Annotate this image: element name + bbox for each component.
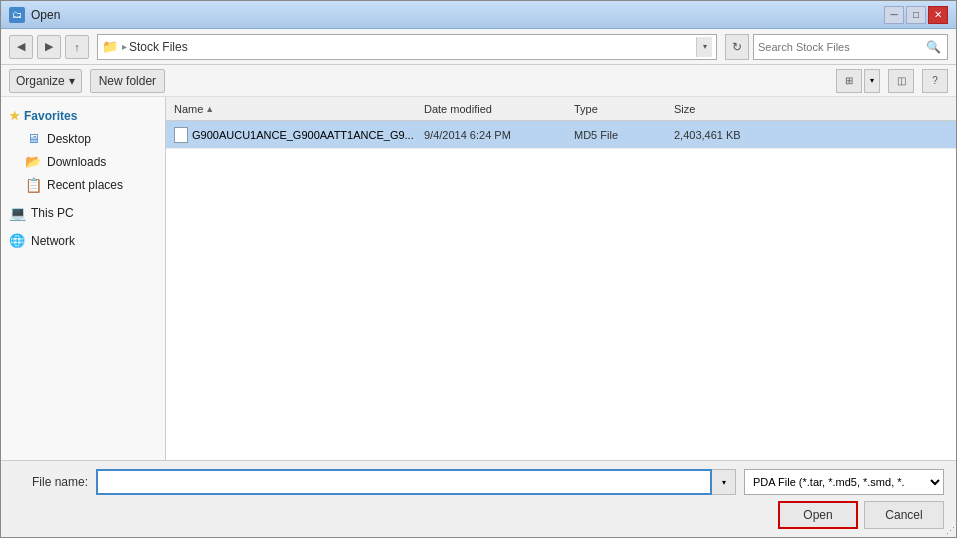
sidebar-item-thispc[interactable]: 💻 This PC [1,201,165,225]
col-name-label: Name [174,103,203,115]
filename-input[interactable] [96,469,712,495]
title-bar: 🗂 Open ─ □ ✕ [1,1,956,29]
thispc-icon: 💻 [9,205,25,221]
file-size-cell: 2,403,461 KB [670,129,770,141]
new-folder-button[interactable]: New folder [90,69,165,93]
sidebar-item-network[interactable]: 🌐 Network [1,229,165,252]
favorites-section: ★ Favorites 🖥 Desktop 📂 Downloads 📋 Rece… [1,105,165,197]
sidebar-item-downloads[interactable]: 📂 Downloads [1,150,165,173]
close-button[interactable]: ✕ [928,6,948,24]
second-toolbar: Organize ▾ New folder ⊞ ▾ ◫ ? [1,65,956,97]
filename-row: File name: ▾ PDA File (*.tar, *.md5, *.s… [13,469,944,495]
refresh-button[interactable]: ↻ [725,34,749,60]
filetype-select-wrap: PDA File (*.tar, *.md5, *.smd, *. [744,469,944,495]
file-name-cell: G900AUCU1ANCE_G900AATT1ANCE_G9... [170,127,420,143]
bottom-bar: File name: ▾ PDA File (*.tar, *.md5, *.s… [1,460,956,537]
address-path-label: Stock Files [129,40,188,54]
sidebar-item-recent-places[interactable]: 📋 Recent places [1,173,165,197]
sidebar-network-label: Network [31,234,75,248]
filetype-select[interactable]: PDA File (*.tar, *.md5, *.smd, *. [744,469,944,495]
network-icon: 🌐 [9,233,25,248]
recent-places-icon: 📋 [25,177,41,193]
sort-arrow-icon: ▲ [205,104,214,114]
sidebar-downloads-label: Downloads [47,155,106,169]
downloads-folder-icon: 📂 [25,154,41,169]
favorites-star-icon: ★ [9,109,20,123]
minimize-button[interactable]: ─ [884,6,904,24]
view-button[interactable]: ⊞ [836,69,862,93]
col-size-header[interactable]: Size [670,103,770,115]
organize-button[interactable]: Organize ▾ [9,69,82,93]
sidebar-item-desktop[interactable]: 🖥 Desktop [1,127,165,150]
address-dropdown-button[interactable]: ▾ [696,37,712,57]
file-type-cell: MD5 File [570,129,670,141]
file-date-cell: 9/4/2014 6:24 PM [420,129,570,141]
help-button[interactable]: ? [922,69,948,93]
view-dropdown-button[interactable]: ▾ [864,69,880,93]
col-date-header[interactable]: Date modified [420,103,570,115]
dialog-title: Open [31,8,60,22]
dialog-icon: 🗂 [9,7,25,23]
up-button[interactable]: ↑ [65,35,89,59]
sidebar: ★ Favorites 🖥 Desktop 📂 Downloads 📋 Rece… [1,97,166,460]
table-row[interactable]: G900AUCU1ANCE_G900AATT1ANCE_G9... 9/4/20… [166,121,956,149]
title-bar-buttons: ─ □ ✕ [884,6,948,24]
favorites-header[interactable]: ★ Favorites [1,105,165,127]
view-buttons: ⊞ ▾ [836,69,880,93]
file-name-label: G900AUCU1ANCE_G900AATT1ANCE_G9... [192,129,414,141]
title-bar-left: 🗂 Open [9,7,60,23]
back-button[interactable]: ◀ [9,35,33,59]
sidebar-desktop-label: Desktop [47,132,91,146]
filename-dropdown-button[interactable]: ▾ [712,469,736,495]
col-name-header[interactable]: Name ▲ [170,103,420,115]
preview-button[interactable]: ◫ [888,69,914,93]
address-chevron: ▸ [122,41,127,52]
address-bar: 📁 ▸ Stock Files ▾ [97,34,717,60]
nav-toolbar: ◀ ▶ ↑ 📁 ▸ Stock Files ▾ ↻ 🔍 [1,29,956,65]
sidebar-thispc-label: This PC [31,206,74,220]
thispc-section: 💻 This PC [1,201,165,225]
address-path: ▸ Stock Files [122,40,188,54]
desktop-icon: 🖥 [25,131,41,146]
organize-arrow: ▾ [69,74,75,88]
cancel-button[interactable]: Cancel [864,501,944,529]
filename-input-wrap: ▾ [96,469,736,495]
favorites-label: Favorites [24,109,77,123]
file-list-header: Name ▲ Date modified Type Size [166,97,956,121]
resize-handle[interactable]: ⋰ [943,524,957,538]
forward-button[interactable]: ▶ [37,35,61,59]
maximize-button[interactable]: □ [906,6,926,24]
address-folder-icon: 📁 [102,39,118,55]
organize-label: Organize [16,74,65,88]
filename-label: File name: [13,475,88,489]
search-input[interactable] [758,41,923,53]
search-box: 🔍 [753,34,948,60]
button-row: Open Cancel [13,501,944,529]
sidebar-recent-label: Recent places [47,178,123,192]
open-dialog: 🗂 Open ─ □ ✕ ◀ ▶ ↑ 📁 ▸ Stock Files ▾ ↻ 🔍 [0,0,957,538]
col-type-header[interactable]: Type [570,103,670,115]
file-type-icon [174,127,188,143]
main-content: ★ Favorites 🖥 Desktop 📂 Downloads 📋 Rece… [1,97,956,460]
search-button[interactable]: 🔍 [923,37,943,57]
open-button[interactable]: Open [778,501,858,529]
file-list: Name ▲ Date modified Type Size G900AUCU1… [166,97,956,460]
network-section: 🌐 Network [1,229,165,252]
